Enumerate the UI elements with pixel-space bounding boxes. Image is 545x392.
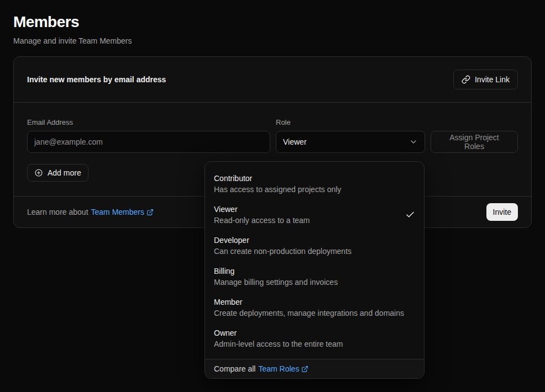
role-option-text: Owner Admin-level access to the entire t… [214, 327, 343, 349]
card-title: Invite new members by email address [27, 75, 166, 84]
role-option-description: Has access to assigned projects only [214, 184, 341, 195]
role-option-text: Member Create deployments, manage integr… [214, 296, 404, 319]
role-field-group: Role Viewer [276, 118, 425, 153]
role-option-title: Member [214, 296, 404, 308]
members-page: Members Manage and invite Team Members I… [0, 0, 545, 392]
add-more-button[interactable]: Add more [27, 164, 88, 182]
learn-more-text: Learn more about Team Members [27, 208, 154, 216]
external-link-icon [146, 209, 154, 216]
role-label: Role [276, 118, 425, 126]
role-option-description: Manage billing settings and invoices [214, 277, 338, 288]
team-roles-link-label: Team Roles [258, 364, 299, 373]
email-input[interactable] [27, 131, 270, 153]
role-option-developer[interactable]: Developer Can create non-production depl… [205, 230, 424, 261]
role-option-title: Billing [214, 266, 338, 277]
card-header: Invite new members by email address Invi… [14, 57, 531, 103]
email-field-group: Email Address [27, 118, 270, 153]
learn-more-prefix: Learn more about [27, 208, 88, 216]
chevron-down-icon [409, 137, 418, 146]
page-title: Members [13, 13, 532, 31]
role-select-value: Viewer [283, 137, 307, 146]
page-subtitle: Manage and invite Team Members [13, 36, 532, 45]
role-option-owner[interactable]: Owner Admin-level access to the entire t… [205, 323, 424, 354]
plus-circle-icon [34, 168, 43, 177]
role-option-description: Create deployments, manage integrations … [214, 308, 404, 319]
compare-all-prefix: Compare all [214, 364, 255, 373]
external-link-icon [301, 365, 308, 373]
role-option-title: Developer [214, 235, 352, 246]
role-option-title: Contributor [214, 173, 341, 184]
role-dropdown-footer: Compare all Team Roles [205, 359, 424, 378]
role-dropdown-menu: Contributor Has access to assigned proje… [205, 161, 425, 379]
role-option-viewer[interactable]: Viewer Read-only access to a team [205, 199, 424, 230]
role-option-description: Can create non-production deployments [214, 246, 352, 257]
team-roles-link[interactable]: Team Roles [258, 364, 308, 373]
team-members-link[interactable]: Team Members [91, 208, 154, 216]
role-option-text: Contributor Has access to assigned proje… [214, 173, 341, 195]
role-option-text: Viewer Read-only access to a team [214, 204, 310, 226]
role-option-text: Billing Manage billing settings and invo… [214, 266, 338, 288]
role-dropdown-options: Contributor Has access to assigned proje… [205, 162, 424, 359]
role-option-description: Read-only access to a team [214, 215, 310, 226]
role-select[interactable]: Viewer [276, 131, 425, 153]
assign-project-roles-button[interactable]: Assign Project Roles [431, 131, 518, 153]
invite-button[interactable]: Invite [486, 203, 518, 221]
invite-form-row: Email Address Role Viewer Assign Project… [27, 118, 518, 153]
check-icon [405, 210, 415, 220]
role-option-billing[interactable]: Billing Manage billing settings and invo… [205, 261, 424, 292]
role-option-description: Admin-level access to the entire team [214, 338, 343, 349]
role-option-title: Viewer [214, 204, 310, 215]
team-members-link-label: Team Members [91, 208, 144, 216]
invite-link-button[interactable]: Invite Link [453, 70, 518, 89]
email-label: Email Address [27, 118, 270, 126]
link-icon [462, 75, 470, 84]
add-more-label: Add more [48, 168, 81, 177]
role-option-text: Developer Can create non-production depl… [214, 235, 352, 257]
invite-link-label: Invite Link [475, 75, 510, 84]
role-option-contributor[interactable]: Contributor Has access to assigned proje… [205, 168, 424, 199]
role-option-member[interactable]: Member Create deployments, manage integr… [205, 292, 424, 323]
role-option-title: Owner [214, 327, 343, 338]
